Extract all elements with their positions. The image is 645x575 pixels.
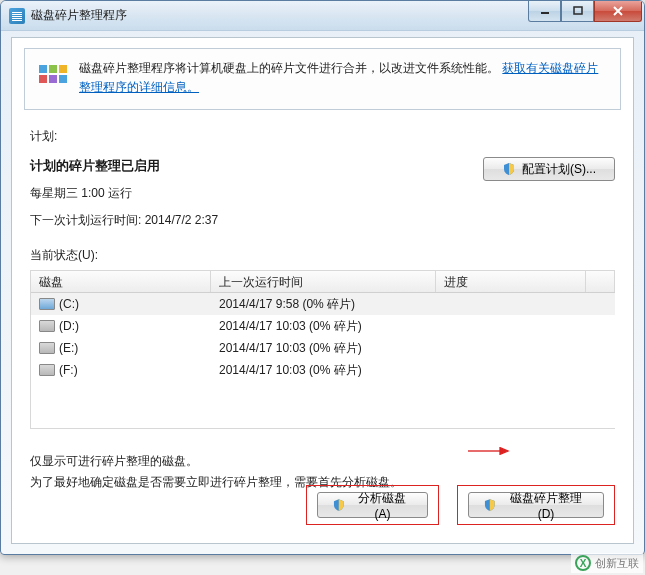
disk-name: (E:): [59, 341, 78, 355]
app-icon: [9, 8, 25, 24]
status-label: 当前状态(U):: [30, 247, 615, 264]
svg-rect-5: [39, 75, 47, 83]
analyze-label: 分析磁盘(A): [352, 490, 414, 521]
disk-cell: (E:): [31, 341, 211, 355]
schedule-section: 计划的碎片整理已启用 每星期三 1:00 运行 下一次计划运行时间: 2014/…: [30, 157, 615, 229]
defrag-highlight: 磁盘碎片整理(D): [457, 485, 615, 525]
schedule-title: 计划的碎片整理已启用: [30, 157, 483, 175]
plan-label: 计划:: [30, 128, 615, 145]
last-run-cell: 2014/4/17 10:03 (0% 碎片): [211, 340, 436, 357]
table-row[interactable]: (F:)2014/4/17 10:03 (0% 碎片): [31, 359, 615, 381]
table-row[interactable]: (D:)2014/4/17 10:03 (0% 碎片): [31, 315, 615, 337]
drive-icon: [39, 298, 55, 310]
banner-description: 磁盘碎片整理程序将计算机硬盘上的碎片文件进行合并，以改进文件系统性能。: [79, 61, 499, 75]
shield-icon: [502, 162, 516, 176]
configure-schedule-label: 配置计划(S)...: [522, 161, 596, 178]
annotation-arrow: [458, 447, 518, 455]
col-extra[interactable]: [586, 271, 615, 292]
window-controls: [528, 1, 642, 22]
drive-icon: [39, 364, 55, 376]
col-progress[interactable]: 进度: [436, 271, 586, 292]
last-run-cell: 2014/4/17 10:03 (0% 碎片): [211, 362, 436, 379]
table-row[interactable]: (E:)2014/4/17 10:03 (0% 碎片): [31, 337, 615, 359]
table-body[interactable]: (C:)2014/4/17 9:58 (0% 碎片)(D:)2014/4/17 …: [31, 293, 615, 428]
watermark-icon: X: [575, 555, 591, 571]
col-disk[interactable]: 磁盘: [31, 271, 211, 292]
disk-name: (D:): [59, 319, 79, 333]
configure-schedule-button[interactable]: 配置计划(S)...: [483, 157, 615, 181]
minimize-icon: [540, 6, 550, 16]
close-button[interactable]: [594, 1, 642, 22]
banner-text: 磁盘碎片整理程序将计算机硬盘上的碎片文件进行合并，以改进文件系统性能。 获取有关…: [79, 59, 608, 97]
defrag-label: 磁盘碎片整理(D): [503, 490, 589, 521]
schedule-frequency: 每星期三 1:00 运行: [30, 185, 483, 202]
svg-rect-1: [574, 7, 582, 14]
svg-rect-0: [541, 12, 549, 14]
drive-icon: [39, 320, 55, 332]
drive-icon: [39, 342, 55, 354]
table-row[interactable]: (C:)2014/4/17 9:58 (0% 碎片): [31, 293, 615, 315]
next-run-label: 下一次计划运行时间:: [30, 213, 141, 227]
disk-name: (C:): [59, 297, 79, 311]
close-icon: [612, 6, 624, 16]
window-title: 磁盘碎片整理程序: [31, 7, 127, 24]
svg-rect-7: [59, 75, 67, 83]
col-last-run[interactable]: 上一次运行时间: [211, 271, 436, 292]
svg-rect-4: [59, 65, 67, 73]
analyze-button[interactable]: 分析磁盘(A): [317, 492, 428, 518]
minimize-button[interactable]: [528, 1, 561, 22]
svg-marker-9: [500, 448, 508, 455]
last-run-cell: 2014/4/17 9:58 (0% 碎片): [211, 296, 436, 313]
maximize-icon: [573, 6, 583, 16]
action-buttons: 分析磁盘(A) 磁盘碎片整理(D): [306, 485, 615, 525]
watermark-text: 创新互联: [595, 556, 639, 571]
watermark: X 创新互联: [571, 553, 643, 573]
disk-cell: (F:): [31, 363, 211, 377]
svg-rect-6: [49, 75, 57, 83]
analyze-highlight: 分析磁盘(A): [306, 485, 439, 525]
defrag-button[interactable]: 磁盘碎片整理(D): [468, 492, 604, 518]
defrag-icon: [37, 59, 69, 91]
shield-icon: [332, 498, 346, 512]
footer-line1: 仅显示可进行碎片整理的磁盘。: [30, 451, 615, 471]
content-area: 磁盘碎片整理程序将计算机硬盘上的碎片文件进行合并，以改进文件系统性能。 获取有关…: [11, 37, 634, 544]
next-run-value: 2014/7/2 2:37: [145, 213, 218, 227]
disk-cell: (D:): [31, 319, 211, 333]
schedule-next-run: 下一次计划运行时间: 2014/7/2 2:37: [30, 212, 483, 229]
maximize-button[interactable]: [561, 1, 594, 22]
svg-rect-2: [39, 65, 47, 73]
table-header: 磁盘 上一次运行时间 进度: [31, 271, 615, 293]
disk-cell: (C:): [31, 297, 211, 311]
disk-table: 磁盘 上一次运行时间 进度 (C:)2014/4/17 9:58 (0% 碎片)…: [30, 270, 615, 429]
last-run-cell: 2014/4/17 10:03 (0% 碎片): [211, 318, 436, 335]
info-banner: 磁盘碎片整理程序将计算机硬盘上的碎片文件进行合并，以改进文件系统性能。 获取有关…: [24, 48, 621, 110]
disk-name: (F:): [59, 363, 78, 377]
svg-rect-3: [49, 65, 57, 73]
titlebar[interactable]: 磁盘碎片整理程序: [1, 1, 644, 31]
shield-icon: [483, 498, 497, 512]
defrag-window: 磁盘碎片整理程序: [0, 0, 645, 555]
